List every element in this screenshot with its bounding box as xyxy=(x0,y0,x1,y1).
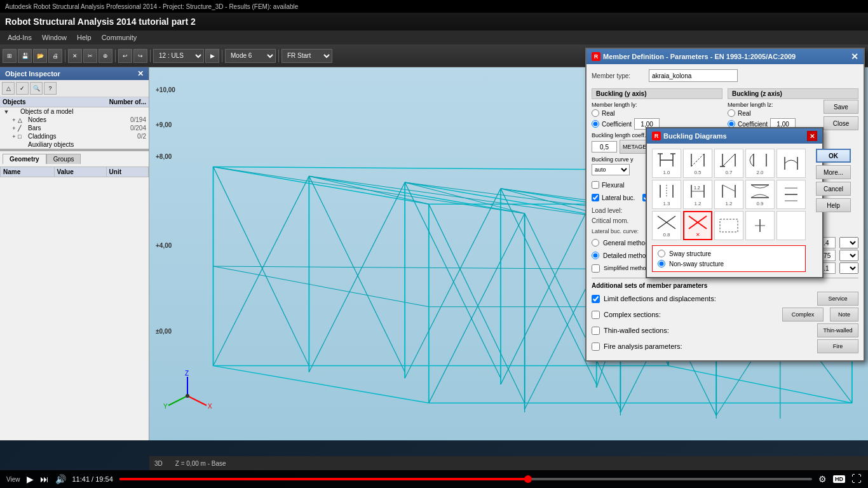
menu-help[interactable]: Help xyxy=(72,32,97,43)
diagram-cell-1-2[interactable]: 1.2 xyxy=(714,180,743,209)
service-button[interactable]: Service xyxy=(817,292,858,306)
save-button[interactable]: Save xyxy=(824,100,858,114)
start-dropdown[interactable]: FR Start xyxy=(281,49,332,63)
svg-line-60 xyxy=(168,396,187,405)
tree-label-auxiliary: Auxiliary objects xyxy=(28,141,108,148)
svg-line-73 xyxy=(691,154,704,166)
buckling-help-btn[interactable]: Help xyxy=(816,198,851,212)
complex-sections-checkbox[interactable] xyxy=(592,311,600,319)
toolbar-btn-8[interactable]: ↩ xyxy=(118,49,132,63)
play-pause-btn[interactable]: ▶ xyxy=(27,474,34,484)
window-title: Autodesk Robot Structural Analysis Profe… xyxy=(5,3,298,10)
toolbar-btn-9[interactable]: ↪ xyxy=(133,49,147,63)
real-y-radio[interactable] xyxy=(592,109,599,117)
tree-item-nodes[interactable]: + △ Nodes 0/194 xyxy=(0,116,149,124)
simplified-method-checkbox[interactable] xyxy=(592,264,600,273)
limit-deflections-checkbox[interactable] xyxy=(592,295,600,303)
diagram-cell-0-1[interactable]: 0.5 xyxy=(683,149,712,178)
diagram-cell-1-0[interactable]: 1.3 xyxy=(652,180,681,209)
settings-btn[interactable]: ⚙ xyxy=(818,474,827,484)
buckling-close-btn[interactable]: ✕ xyxy=(807,131,817,141)
menu-community[interactable]: Community xyxy=(97,32,142,43)
thin-walled-checkbox[interactable] xyxy=(592,327,600,335)
toolbar-btn-4[interactable]: 🖨 xyxy=(48,49,62,63)
fire-button[interactable]: Fire xyxy=(817,339,858,353)
fullscreen-btn[interactable]: ⛶ xyxy=(851,473,862,485)
general-method-radio[interactable] xyxy=(592,239,599,247)
progress-fill xyxy=(119,478,528,480)
coeff-y-label: Coefficient xyxy=(602,121,632,128)
tree-label-bars: Bars xyxy=(28,125,108,132)
panel-tb-2[interactable]: ✓ xyxy=(16,82,29,95)
progress-thumb xyxy=(524,475,532,483)
fire-analysis-checkbox[interactable] xyxy=(592,342,600,351)
tree-item-model[interactable]: ▼ Objects of a model xyxy=(0,107,149,116)
buckling-cancel-btn[interactable]: Cancel xyxy=(816,182,851,196)
buckling-more-btn[interactable]: More... xyxy=(816,165,851,179)
tree-item-auxiliary[interactable]: Auxiliary objects xyxy=(0,140,149,149)
tab-groups[interactable]: Groups xyxy=(46,154,81,164)
diagram-cell-2-3[interactable] xyxy=(745,211,775,240)
non-sway-radio[interactable] xyxy=(658,260,665,268)
mode-dropdown[interactable]: Mode 6 xyxy=(225,49,276,63)
panel-tb-3[interactable]: 🔍 xyxy=(30,82,43,95)
diagram-cell-2-0[interactable]: 0.8 xyxy=(652,211,681,240)
coeff-y-radio[interactable] xyxy=(592,120,599,128)
toolbar-btn-3[interactable]: 📂 xyxy=(33,49,47,63)
note-button[interactable]: Note xyxy=(830,308,858,322)
diagram-cell-0-2[interactable]: 0.7 xyxy=(714,149,743,178)
panel-close-btn[interactable]: ✕ xyxy=(137,69,144,78)
diagram-cell-2-2[interactable] xyxy=(714,211,743,240)
panel-divider[interactable] xyxy=(0,149,149,151)
tree-label-claddings: Claddings xyxy=(28,133,108,140)
non-sway-structure-row: Non-sway structure xyxy=(658,260,800,268)
menu-window[interactable]: Window xyxy=(37,32,72,43)
toolbar-btn-6[interactable]: ✂ xyxy=(83,49,97,63)
toolbar-btn-7[interactable]: ⊕ xyxy=(98,49,112,63)
tab-geometry[interactable]: Geometry xyxy=(3,154,46,164)
detailed-method-radio[interactable] xyxy=(592,252,599,259)
flexural-checkbox[interactable] xyxy=(592,181,599,189)
real-z-label: Real xyxy=(738,110,751,117)
tree-item-claddings[interactable]: + □ Claddings 0/2 xyxy=(0,132,149,140)
thin-walled-button[interactable]: Thin-walled xyxy=(817,323,858,337)
member-type-input[interactable] xyxy=(649,69,738,82)
toolbar-btn-10[interactable]: ▶ xyxy=(205,49,219,63)
close-button[interactable]: Close xyxy=(824,116,858,130)
panel-tb-1[interactable]: △ xyxy=(2,82,15,95)
diagram-cell-2-1[interactable]: ✕ xyxy=(683,211,712,240)
load-case-dropdown[interactable]: 12 : ULS xyxy=(153,49,204,63)
sep-3 xyxy=(150,50,151,62)
diagram-cell-2-4[interactable] xyxy=(776,211,806,240)
diagram-cell-1-1[interactable]: 1.2 1.2 xyxy=(683,180,712,209)
buckling-right-buttons: OK More... Cancel Help xyxy=(811,144,856,277)
svg-line-1 xyxy=(214,366,429,403)
tree-item-bars[interactable]: + ╱ Bars 0/204 xyxy=(0,124,149,132)
next-btn[interactable]: ⏭ xyxy=(40,474,49,484)
panel-tb-4[interactable]: ? xyxy=(44,82,57,95)
buckling-ok-btn[interactable]: OK xyxy=(816,149,851,163)
coeff-y-input[interactable] xyxy=(592,141,617,152)
complex-sections-row: Complex sections: Complex Note xyxy=(592,308,858,322)
curve-y-dropdown[interactable]: auto xyxy=(592,164,630,175)
diagram-cell-1-4[interactable] xyxy=(776,180,806,209)
member-dialog-close-btn[interactable]: ✕ xyxy=(851,51,858,62)
bars-icon: ╱ xyxy=(18,125,27,132)
menu-addins[interactable]: Add-Ins xyxy=(3,32,37,43)
progress-bar[interactable] xyxy=(119,478,812,480)
sway-radio[interactable] xyxy=(658,250,665,257)
diagram-cell-0-0[interactable]: 1.0 xyxy=(652,149,681,178)
sep-5 xyxy=(278,50,279,62)
lateral-buc-checkbox[interactable] xyxy=(592,194,599,201)
diagram-cell-0-3[interactable]: 2.0 xyxy=(745,149,775,178)
toolbar-btn-2[interactable]: 💾 xyxy=(18,49,32,63)
panel-title-text: Object Inspector xyxy=(5,70,60,78)
diagram-cell-0-4[interactable] xyxy=(776,149,806,178)
real-z-radio[interactable] xyxy=(728,109,735,117)
toolbar-btn-1[interactable]: ⊞ xyxy=(3,49,17,63)
buckling-diagrams-dialog: R Buckling Diagrams ✕ 1.0 0.5 0.7 xyxy=(646,127,824,278)
complex-button[interactable]: Complex xyxy=(782,308,824,322)
volume-btn[interactable]: 🔊 xyxy=(55,474,66,484)
diagram-cell-1-3[interactable]: 0.9 xyxy=(745,180,775,209)
toolbar-btn-5[interactable]: ✕ xyxy=(68,49,82,63)
